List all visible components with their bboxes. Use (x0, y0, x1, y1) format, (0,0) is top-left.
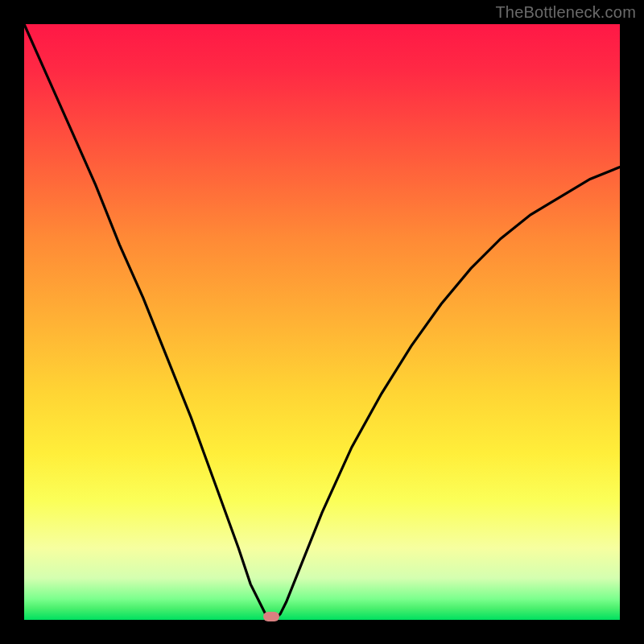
optimum-marker (263, 612, 279, 621)
chart-frame: TheBottleneck.com (0, 0, 644, 644)
plot-area (24, 24, 620, 620)
watermark-text: TheBottleneck.com (495, 3, 636, 22)
bottleneck-curve (24, 24, 620, 620)
